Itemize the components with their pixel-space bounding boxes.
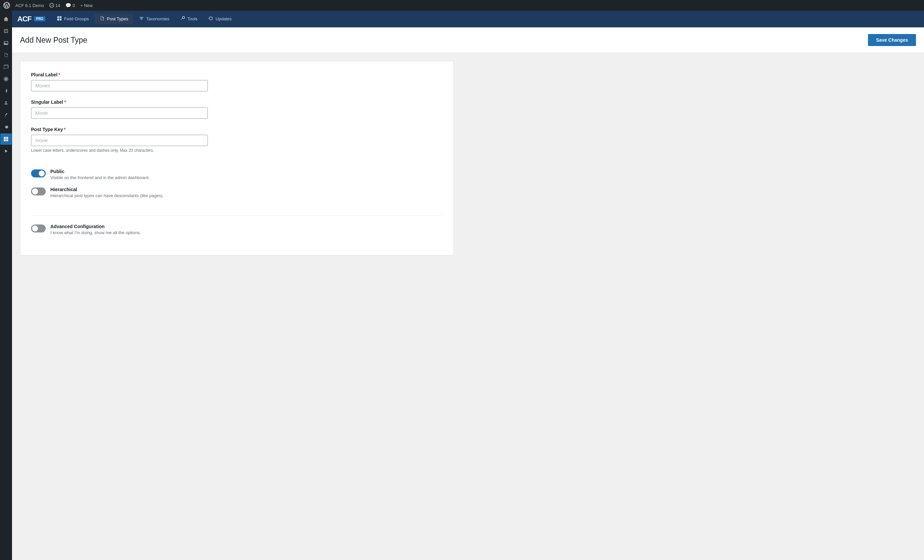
post-types-nav-icon	[99, 16, 105, 22]
hierarchical-toggle[interactable]	[31, 187, 46, 195]
sidebar-icon-users[interactable]	[0, 97, 12, 109]
hierarchical-toggle-title: Hierarchical	[50, 187, 164, 192]
form-card: Plural Label* Singular Label*	[20, 61, 454, 256]
singular-label-group: Singular Label*	[31, 99, 442, 119]
svg-marker-6	[5, 150, 8, 153]
new-item[interactable]: + New	[80, 3, 93, 8]
public-label-group: Public Visible on the frontend and in th…	[50, 169, 150, 180]
sidebar-icon-posts[interactable]	[0, 25, 12, 37]
svg-rect-2	[4, 137, 6, 139]
svg-text:14: 14	[50, 4, 53, 7]
hierarchical-toggle-row: Hierarchical Hierarchical post types can…	[31, 187, 442, 198]
sidebar-icon-dashboard[interactable]	[0, 13, 12, 25]
acf-pro-badge: PRO	[34, 16, 45, 21]
wp-logo-icon	[3, 2, 10, 9]
tools-nav-icon	[180, 16, 186, 22]
form-divider-2	[31, 205, 442, 213]
post-type-key-hint: Lower case letters, underscores and dash…	[31, 148, 442, 153]
public-slider	[31, 169, 46, 177]
nav-field-groups[interactable]: Field Groups	[52, 13, 93, 24]
updates-count-item[interactable]: 14 14	[50, 3, 60, 8]
post-type-key-input[interactable]	[31, 135, 208, 146]
nav-updates-label: Updates	[216, 16, 231, 21]
page-title: Add New Post Type	[20, 36, 87, 45]
content-area: Add New Post Type Save Changes Plural La…	[12, 27, 924, 560]
plural-required: *	[58, 72, 60, 77]
form-divider-1	[31, 161, 442, 169]
svg-rect-9	[57, 19, 59, 21]
advanced-config-slider	[31, 225, 46, 232]
post-type-key-label: Post Type Key*	[31, 127, 442, 132]
key-required: *	[64, 127, 65, 132]
advanced-config-title: Advanced Configuration	[50, 224, 141, 229]
nav-taxonomies[interactable]: Taxonomies	[134, 13, 174, 24]
svg-rect-8	[60, 16, 62, 18]
nav-field-groups-label: Field Groups	[64, 16, 89, 21]
svg-rect-4	[4, 139, 6, 141]
advanced-divider	[31, 216, 442, 216]
advanced-config-desc: I know what I'm doing, show me all the o…	[50, 230, 141, 235]
sidebar-icon-pages[interactable]	[0, 49, 12, 61]
svg-rect-5	[6, 139, 8, 141]
advanced-config-label-group: Advanced Configuration I know what I'm d…	[50, 224, 141, 235]
form-area: Plural Label* Singular Label*	[12, 53, 924, 560]
taxonomies-nav-icon	[139, 16, 144, 22]
comments-item[interactable]: 💬 0	[65, 3, 75, 8]
save-changes-button[interactable]: Save Changes	[868, 34, 916, 46]
public-toggle[interactable]	[31, 169, 46, 177]
nav-tools[interactable]: Tools	[176, 13, 202, 24]
main-layout: ACF PRO Field Groups Post Types Taxonom	[0, 10, 924, 560]
nav-updates[interactable]: Updates	[204, 13, 236, 24]
advanced-config-toggle[interactable]	[31, 225, 46, 232]
public-toggle-row: Public Visible on the frontend and in th…	[31, 169, 442, 180]
nav-post-types[interactable]: Post Types	[95, 13, 133, 24]
sidebar-icon-media2[interactable]	[0, 145, 12, 157]
public-toggle-desc: Visible on the frontend and in the admin…	[50, 175, 150, 180]
sidebar-icon-tools[interactable]	[0, 109, 12, 121]
nav-taxonomies-label: Taxonomies	[146, 16, 169, 21]
updates-nav-icon	[208, 16, 213, 22]
site-name[interactable]: ACF 6.1 Demo	[15, 3, 44, 8]
page-header: Add New Post Type Save Changes	[12, 27, 924, 53]
field-groups-nav-icon	[57, 16, 62, 22]
singular-label-input[interactable]	[31, 108, 208, 119]
plural-label-input[interactable]	[31, 80, 208, 91]
sidebar-icon-acf[interactable]	[0, 133, 12, 145]
sidebar-icon-appearance[interactable]	[0, 73, 12, 85]
hierarchical-label-group: Hierarchical Hierarchical post types can…	[50, 187, 164, 198]
nav-post-types-label: Post Types	[107, 16, 128, 21]
svg-rect-3	[6, 137, 8, 139]
sidebar	[0, 10, 12, 560]
plural-label-group: Plural Label*	[31, 72, 442, 91]
nav-tools-label: Tools	[188, 16, 198, 21]
hierarchical-toggle-desc: Hierarchical post types can have descend…	[50, 193, 164, 198]
sidebar-icon-media[interactable]	[0, 37, 12, 49]
wp-admin-bar: ACF 6.1 Demo 14 14 💬 0 + New	[0, 0, 924, 10]
svg-rect-10	[60, 19, 62, 21]
advanced-config-toggle-row: Advanced Configuration I know what I'm d…	[31, 224, 442, 235]
sidebar-icon-settings[interactable]	[0, 121, 12, 133]
hierarchical-slider	[31, 187, 46, 195]
singular-label-label: Singular Label*	[31, 99, 442, 105]
acf-logo: ACF PRO	[17, 15, 45, 23]
sidebar-icon-comments[interactable]	[0, 61, 12, 73]
acf-logo-text: ACF	[17, 15, 32, 23]
plural-label-label: Plural Label*	[31, 72, 442, 77]
singular-required: *	[64, 99, 66, 105]
post-type-key-group: Post Type Key* Lower case letters, under…	[31, 127, 442, 153]
acf-navbar: ACF PRO Field Groups Post Types Taxonom	[12, 10, 924, 27]
svg-rect-7	[57, 16, 59, 18]
public-toggle-title: Public	[50, 169, 150, 174]
sidebar-icon-plugins[interactable]	[0, 85, 12, 97]
